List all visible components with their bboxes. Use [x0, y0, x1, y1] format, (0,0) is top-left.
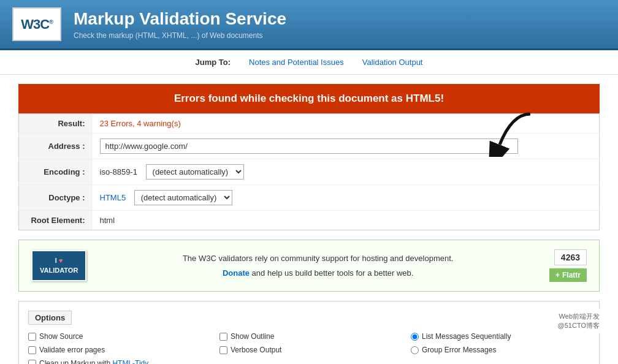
nav-bar: Jump To: Notes and Potential Issues Vali… [0, 50, 618, 75]
validate-errors-label: Validate error pages [39, 346, 105, 354]
encoding-value: iso-8859-1 [100, 167, 137, 176]
w3c-logo: W3C® [12, 7, 61, 41]
encoding-row: Encoding : iso-8859-1 (detect automatica… [19, 159, 600, 185]
error-banner: Errors found while checking this documen… [18, 84, 600, 113]
cleanup-markup-label: Clean up Markup with HTML-Tidy [39, 359, 148, 364]
verbose-output-checkbox[interactable] [219, 346, 227, 354]
address-wrapper [100, 138, 592, 154]
option-list-messages: List Messages Sequentially [411, 332, 590, 341]
show-outline-checkbox[interactable] [219, 333, 227, 341]
encoding-select[interactable]: (detect automatically) [146, 164, 244, 180]
flattr-area: 4263 + Flattr [549, 249, 587, 282]
badge-line2: VALIDATOR [40, 266, 78, 275]
registered-mark: ® [49, 18, 53, 25]
list-messages-label: List Messages Sequentially [422, 332, 511, 341]
badge-line1: I ♥ [40, 256, 78, 265]
options-section: Options Show Source Show Outline List Me… [18, 301, 600, 364]
page-header: W3C® Markup Validation Service Check the… [0, 0, 618, 50]
heart-icon: ♥ [59, 257, 63, 264]
address-label: Address : [19, 134, 93, 159]
doctype-value: HTML5 [100, 193, 126, 202]
group-errors-radio[interactable] [411, 346, 419, 354]
address-value-cell [93, 134, 600, 159]
encoding-value-cell: iso-8859-1 (detect automatically) [93, 159, 600, 185]
option-cleanup: Clean up Markup with HTML-Tidy [28, 359, 207, 364]
root-value-cell: html [93, 211, 600, 230]
group-errors-label: Group Error Messages [422, 346, 496, 354]
root-element-row: Root Element: html [19, 211, 600, 230]
show-outline-label: Show Outline [231, 332, 274, 341]
root-value: html [100, 216, 115, 225]
flattr-label: Flattr [562, 271, 581, 279]
list-messages-radio[interactable] [411, 333, 419, 341]
w3c-wordmark: W3C [21, 17, 49, 32]
show-source-label: Show Source [39, 332, 83, 341]
support-box: I ♥ VALIDATOR The W3C validators rely on… [18, 240, 600, 292]
support-text: The W3C validators rely on community sup… [99, 251, 537, 280]
header-text-block: Markup Validation Service Check the mark… [74, 9, 286, 40]
error-banner-text: Errors found while checking this documen… [174, 93, 444, 104]
validate-errors-checkbox[interactable] [28, 346, 36, 354]
option-show-source: Show Source [28, 332, 207, 341]
main-content: Errors found while checking this documen… [0, 75, 618, 364]
doctype-row: Doctype : HTML5 (detect automatically) [19, 185, 600, 211]
options-title: Options [28, 311, 72, 325]
option-validate-errors: Validate error pages [28, 346, 207, 354]
options-grid: Show Source Show Outline List Messages S… [28, 332, 590, 364]
validator-badge: I ♥ VALIDATOR [31, 250, 86, 281]
option-show-outline: Show Outline [219, 332, 399, 341]
donate-link[interactable]: Donate [223, 268, 250, 278]
verbose-output-label: Verbose Output [231, 346, 281, 354]
result-label: Result: [19, 114, 93, 134]
doctype-value-cell: HTML5 (detect automatically) [93, 185, 600, 211]
support-text2: and help us build better tools for a bet… [252, 268, 414, 278]
html-tidy-link[interactable]: HTML-Tidy [112, 359, 148, 364]
show-source-checkbox[interactable] [28, 333, 36, 341]
encoding-label: Encoding : [19, 159, 93, 185]
doctype-label: Doctype : [19, 185, 93, 211]
address-input[interactable] [100, 138, 518, 154]
result-link[interactable]: 23 Errors, 4 warning(s) [100, 119, 181, 128]
address-row: Address : [19, 134, 600, 159]
page-title: Markup Validation Service [74, 9, 286, 29]
result-table: Result: 23 Errors, 4 warning(s) Address … [18, 113, 600, 230]
jump-to-label: Jump To: [196, 58, 231, 67]
notes-link[interactable]: Notes and Potential Issues [249, 58, 344, 67]
root-label: Root Element: [19, 211, 93, 230]
result-row: Result: 23 Errors, 4 warning(s) [19, 114, 600, 134]
doctype-select[interactable]: (detect automatically) [134, 190, 232, 205]
flattr-count: 4263 [554, 249, 587, 265]
page-subtitle: Check the markup (HTML, XHTML, ...) of W… [74, 31, 286, 40]
logo-text: W3C® [21, 17, 53, 32]
cleanup-markup-checkbox[interactable] [28, 360, 36, 365]
result-value: 23 Errors, 4 warning(s) [100, 119, 181, 128]
result-value-cell: 23 Errors, 4 warning(s) [93, 114, 600, 134]
flattr-button[interactable]: + Flattr [549, 268, 587, 282]
option-verbose: Verbose Output [219, 346, 399, 354]
flattr-plus-icon: + [555, 271, 560, 279]
option-group-errors: Group Error Messages [411, 346, 590, 354]
validation-link[interactable]: Validation Output [362, 58, 423, 67]
support-text1: The W3C validators rely on community sup… [183, 254, 454, 263]
